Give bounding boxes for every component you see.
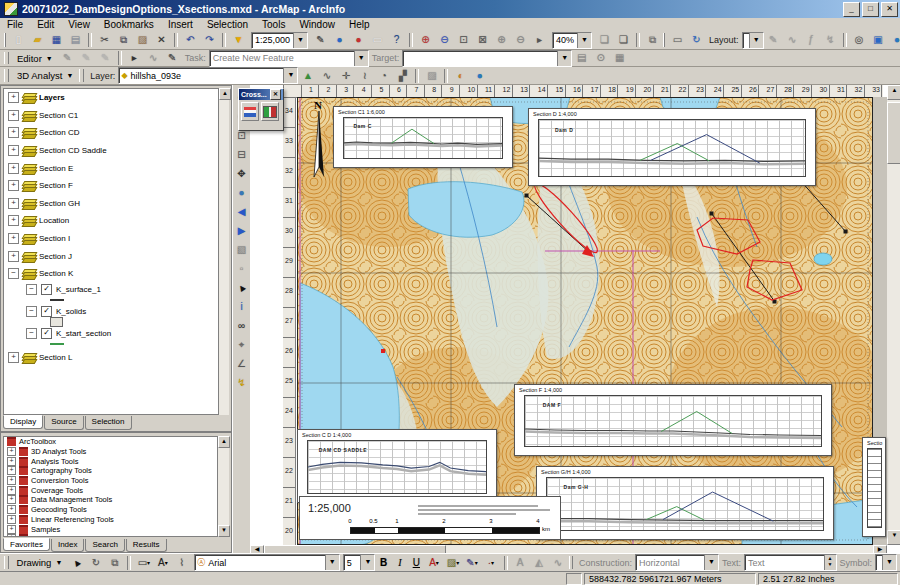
flash-small-button[interactable]: ↯ — [821, 32, 839, 48]
layer-symbol[interactable] — [50, 340, 218, 349]
drawing-menu-button[interactable]: Drawing▼ — [12, 554, 68, 571]
sketch-properties-button[interactable]: ⊙ — [592, 50, 610, 66]
fn-small-button[interactable]: ƒ — [802, 32, 820, 48]
create-cross-section-button[interactable] — [241, 102, 259, 121]
expand-icon[interactable]: + — [8, 163, 19, 174]
print-button[interactable]: ▤ — [67, 32, 85, 48]
chevron-down-icon[interactable]: ▼ — [704, 555, 718, 570]
toolbar-grip[interactable] — [663, 33, 665, 47]
tab-source[interactable]: Source — [44, 416, 83, 430]
hyperlink-button[interactable]: ↯ — [234, 374, 250, 391]
cross-section-chart-section-f-1-4-000[interactable]: Section F 1:4,000DAM F — [514, 384, 832, 456]
visibility-checkbox[interactable]: ✓ — [41, 306, 52, 317]
toolbox-analysis-tools[interactable]: +Analysis Tools — [4, 456, 217, 466]
map-scale-combo[interactable]: 1:25,000 ▼ — [251, 32, 308, 49]
toc-layer-section-i[interactable]: +Section I — [4, 230, 218, 248]
menu-bookmarks[interactable]: Bookmarks — [97, 19, 161, 30]
expand-icon[interactable]: + — [8, 352, 19, 363]
scroll-up-icon[interactable]: ▲ — [219, 88, 231, 100]
scrollbar-thumb[interactable] — [887, 102, 900, 164]
expand-icon[interactable]: + — [7, 447, 16, 456]
menu-help[interactable]: Help — [342, 19, 377, 30]
pan-hand-button[interactable]: ✥ — [234, 165, 250, 182]
toc-layer-section-j[interactable]: +Section J — [4, 247, 218, 265]
toc-sublayer-k-solids[interactable]: −✓K_solids — [4, 305, 218, 318]
cross-section-chart-section-c1-1-6-000[interactable]: Section C1 1:6,000Dam C — [333, 106, 513, 168]
globe-3d-button[interactable]: ● — [471, 68, 489, 84]
close-button[interactable]: ✕ — [881, 2, 898, 17]
toggle-layout-button[interactable]: ▭ — [669, 32, 687, 48]
back-extent-button[interactable]: ◀ — [234, 203, 250, 220]
menu-tools[interactable]: Tools — [255, 19, 292, 30]
expand-icon[interactable]: + — [7, 466, 16, 475]
menu-edit[interactable]: Edit — [30, 19, 61, 30]
italic-button[interactable]: I — [392, 555, 407, 571]
arctoolbox-root[interactable]: ArcToolbox — [4, 437, 217, 447]
visibility-checkbox[interactable]: ✓ — [41, 328, 52, 339]
steepest-path-button[interactable]: ≀ — [356, 68, 374, 84]
spinner-icons[interactable]: ▲▼ — [824, 555, 836, 570]
toolbar-grip[interactable] — [4, 33, 6, 47]
layout-view[interactable]: 1234567891011121314151617181920212223242… — [250, 85, 900, 553]
expand-icon[interactable]: + — [7, 525, 16, 534]
cross-section-chart-section-c-d-1-4-000[interactable]: Section C D 1:4,000DAM CD SADDLE — [297, 429, 497, 503]
splined-text-button[interactable]: ∿ — [549, 555, 567, 571]
layer-symbol[interactable] — [50, 296, 218, 305]
underline-button[interactable]: U — [409, 555, 424, 571]
goto-xy-button[interactable]: ⌖ — [234, 336, 250, 353]
marker-color-button[interactable]: ∙▾ — [482, 555, 500, 571]
cross-section-chart-section-d-1-4-000[interactable]: Section D 1:4,000Dam D — [528, 108, 816, 186]
chevron-down-icon[interactable]: ▼ — [557, 51, 571, 66]
full-extent-button[interactable]: ● — [234, 184, 250, 201]
layout-combo[interactable]: ▼ — [742, 32, 764, 49]
cross-section-graph-button[interactable] — [261, 102, 279, 121]
toc-layer-section-f[interactable]: +Section F — [4, 177, 218, 195]
expand-icon[interactable]: + — [7, 495, 16, 504]
sketch-line-button[interactable]: ∿ — [144, 50, 162, 66]
editor-pencil-button[interactable]: ✎ — [58, 50, 76, 66]
toolbar-grip[interactable] — [4, 52, 9, 65]
editor-menu-button[interactable]: Editor▼ — [12, 50, 58, 67]
select-graphics-button[interactable]: ▲ — [68, 555, 86, 571]
chevron-down-icon[interactable]: ▼ — [325, 555, 339, 570]
callout-tool-button[interactable]: ◭ — [530, 555, 548, 571]
cut-button[interactable]: ✂ — [96, 32, 114, 48]
delete-button[interactable]: ✕ — [153, 32, 171, 48]
expand-icon[interactable]: + — [8, 180, 19, 191]
graphics-small-button[interactable]: ✎ — [764, 32, 782, 48]
cross-section-chart-section-g-h-1-4-000[interactable]: Section G/H 1:4,000Dam G-H — [536, 466, 834, 540]
zoom-in-page-button[interactable]: ⊕ — [417, 32, 435, 48]
expand-icon[interactable]: − — [26, 328, 37, 339]
font-combo[interactable]: Ⓐ Arial ▼ — [194, 554, 339, 571]
symbol-combo[interactable]: ▼ — [875, 554, 897, 571]
editor-sketch-button[interactable]: ✎ — [312, 32, 330, 48]
chevron-down-icon[interactable]: ▼ — [360, 555, 374, 570]
layer-combo[interactable]: ◆ hillsha_093e ▼ — [118, 67, 298, 84]
page-back-button[interactable]: ❏ — [596, 32, 614, 48]
find-button[interactable]: ∞ — [234, 317, 250, 334]
scrollbar-thumb[interactable] — [264, 545, 446, 553]
toolbar-grip[interactable] — [569, 556, 574, 570]
toc-layer-section-k[interactable]: −Section K — [4, 265, 218, 283]
text-tool-button[interactable]: A▾ — [154, 555, 172, 571]
tab-selection[interactable]: Selection — [85, 416, 132, 430]
editor-pencil-alt-button[interactable]: ✎ — [77, 50, 95, 66]
page-zoom-combo[interactable]: 40% ▼ — [552, 32, 592, 49]
zoom-100-button[interactable]: ⊠ — [474, 32, 492, 48]
page-forward-button[interactable]: ❏ — [615, 32, 633, 48]
scale-box[interactable]: 1:25,000 00.51234 km — [299, 496, 561, 540]
save-button[interactable]: ▦ — [48, 32, 66, 48]
toolbox-cartography-tools[interactable]: +Cartography Tools — [4, 466, 217, 476]
refresh-pages-button[interactable]: ⧉ — [644, 32, 662, 48]
tab-favorites[interactable]: Favorites — [3, 538, 50, 551]
expand-icon[interactable]: − — [26, 284, 37, 295]
copy-button[interactable]: ⧉ — [115, 32, 133, 48]
menu-view[interactable]: View — [61, 19, 97, 30]
whats-this-button[interactable]: ? — [388, 32, 406, 48]
shape-tool-button[interactable]: ▭▾ — [135, 555, 153, 571]
tab-index[interactable]: Index — [51, 539, 85, 552]
expand-icon[interactable]: + — [8, 92, 19, 103]
open-folder-button[interactable]: ▰ — [29, 32, 47, 48]
close-icon[interactable]: ✕ — [270, 89, 281, 100]
chevron-down-icon[interactable]: ▼ — [293, 33, 307, 48]
